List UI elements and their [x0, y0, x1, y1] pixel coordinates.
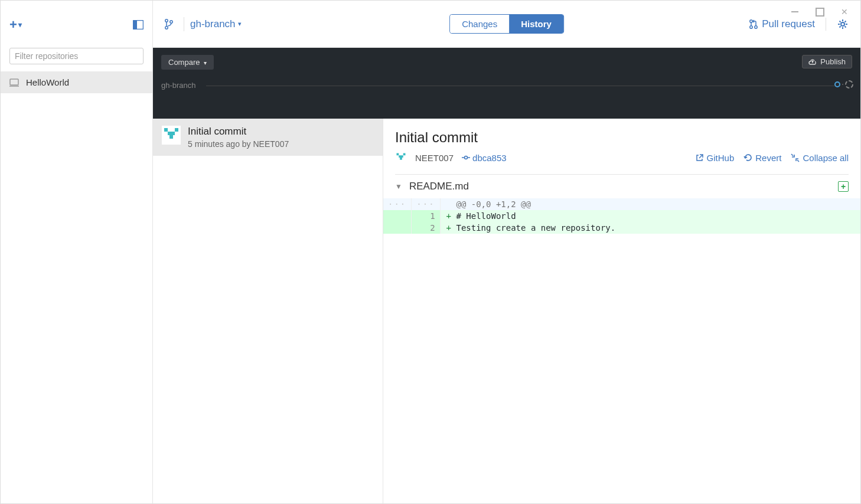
svg-rect-18 — [403, 153, 406, 156]
svg-point-9 — [755, 25, 757, 28]
graph-line — [206, 86, 834, 86]
compare-button[interactable]: Compare ▾ — [161, 55, 214, 70]
add-repository-button[interactable]: + ▾ — [9, 17, 22, 32]
tab-changes[interactable]: Changes — [450, 15, 509, 33]
svg-line-24 — [699, 155, 703, 158]
svg-rect-19 — [399, 155, 403, 158]
svg-rect-17 — [397, 153, 399, 156]
settings-button[interactable] — [837, 18, 849, 30]
gear-icon — [837, 18, 849, 30]
external-link-icon — [695, 153, 704, 162]
chevron-down-icon: ▾ — [238, 20, 242, 28]
publish-button[interactable]: Publish — [802, 55, 852, 68]
pending-node-icon — [845, 80, 853, 89]
cloud-upload-icon — [808, 58, 817, 65]
commit-icon — [462, 155, 470, 161]
diff-line-added: 2 + Testing create a new repository. — [383, 222, 860, 234]
chevron-down-icon: ▾ — [204, 60, 207, 66]
svg-point-5 — [165, 26, 168, 28]
svg-point-6 — [170, 20, 172, 22]
pull-request-label: Pull request — [762, 18, 815, 30]
svg-point-10 — [841, 22, 844, 26]
diff-line-added: 1 + # HelloWorld — [383, 210, 860, 222]
svg-rect-14 — [168, 132, 175, 135]
avatar — [162, 126, 181, 145]
branch-name: gh-branch — [190, 18, 236, 30]
svg-point-4 — [165, 19, 168, 21]
filter-repositories-input[interactable] — [9, 48, 144, 64]
sidebar: + ▾ HelloWorld — [1, 1, 153, 503]
file-name: README.md — [409, 181, 469, 192]
git-branch-icon — [165, 19, 173, 30]
pull-request-button[interactable]: Pull request — [749, 18, 815, 30]
file-added-icon: + — [838, 181, 849, 192]
commit-list-item[interactable]: Initial commit 5 minutes ago by NEET007 — [153, 119, 383, 156]
topbar: gh-branch ▾ Changes History Pull request — [153, 1, 860, 48]
svg-point-8 — [750, 25, 752, 28]
file-header[interactable]: ▼ README.md + — [395, 174, 849, 198]
graph-commit-nodes[interactable] — [834, 80, 853, 89]
github-link[interactable]: GitHub — [695, 153, 735, 163]
repo-icon — [9, 78, 19, 87]
repository-name: HelloWorld — [26, 77, 69, 87]
separator — [826, 18, 826, 31]
commit-meta: 5 minutes ago by NEET007 — [188, 139, 289, 149]
separator — [184, 17, 184, 31]
view-tabs: Changes History — [449, 14, 564, 34]
diff-view: ··· ··· @@ -0,0 +1,2 @@ 1 + # HelloWorld… — [383, 198, 860, 234]
graph-branch-label: gh-branch — [161, 81, 196, 90]
svg-point-7 — [750, 19, 752, 22]
plus-icon: + — [9, 17, 17, 32]
collapse-all-button[interactable]: Collapse all — [791, 153, 849, 163]
chevron-down-icon: ▾ — [18, 21, 22, 29]
detail-title: Initial commit — [395, 129, 849, 146]
chevron-down-icon: ▼ — [395, 182, 402, 191]
repository-item-helloworld[interactable]: HelloWorld — [1, 71, 152, 93]
commit-node-icon — [834, 81, 840, 87]
svg-rect-2 — [10, 79, 18, 85]
svg-rect-15 — [169, 135, 173, 139]
git-pull-request-icon — [749, 19, 758, 30]
commit-title: Initial commit — [188, 126, 289, 138]
toggle-sidebar-button[interactable] — [133, 20, 144, 30]
detail-author: NEET007 — [415, 153, 454, 163]
branch-selector[interactable]: gh-branch ▾ — [165, 17, 242, 31]
svg-rect-1 — [133, 21, 137, 29]
tab-history[interactable]: History — [509, 15, 563, 33]
revert-button[interactable]: Revert — [743, 153, 781, 163]
history-graph-bar: Compare ▾ Publish gh-branch — [153, 48, 860, 119]
commit-detail: Initial commit NEET007 dbca853 — [383, 119, 860, 503]
svg-point-21 — [465, 156, 468, 159]
commit-sha-link[interactable]: dbca853 — [462, 153, 507, 163]
svg-rect-20 — [400, 158, 402, 160]
svg-rect-13 — [175, 128, 178, 132]
commit-list: Initial commit 5 minutes ago by NEET007 — [153, 119, 383, 503]
avatar — [395, 152, 407, 163]
svg-rect-12 — [164, 128, 168, 132]
diff-hunk-header: ··· ··· @@ -0,0 +1,2 @@ — [383, 198, 860, 210]
revert-icon — [743, 153, 752, 162]
collapse-icon — [791, 153, 800, 162]
